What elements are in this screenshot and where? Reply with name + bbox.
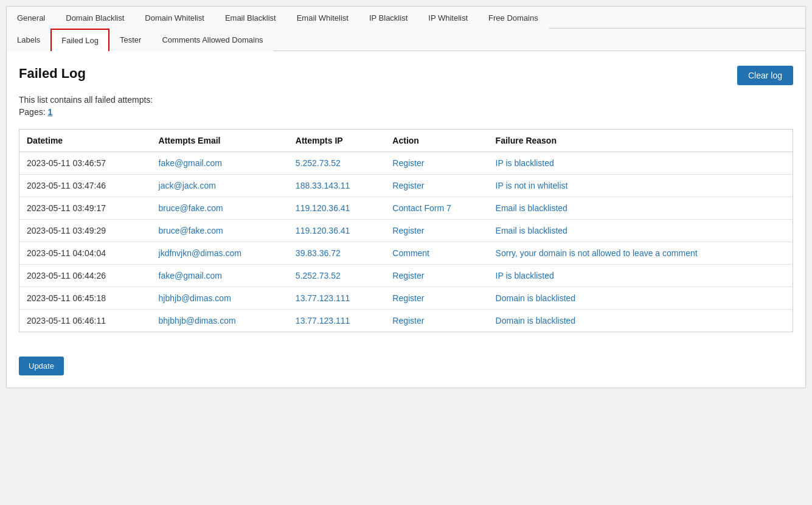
tab-email-blacklist[interactable]: Email Blacklist bbox=[215, 7, 286, 29]
pages-link[interactable]: 1 bbox=[47, 107, 52, 117]
page-wrapper: General Domain Blacklist Domain Whitelis… bbox=[6, 6, 806, 388]
tab-comments-allowed-domains[interactable]: Comments Allowed Domains bbox=[151, 29, 273, 51]
cell-ip: 119.120.36.41 bbox=[288, 197, 385, 220]
table-row: 2023-05-11 03:47:46jack@jack.com188.33.1… bbox=[19, 175, 793, 197]
table-row: 2023-05-11 03:49:17bruce@fake.com119.120… bbox=[19, 197, 793, 220]
cell-email: bruce@fake.com bbox=[151, 197, 288, 220]
cell-datetime: 2023-05-11 04:04:04 bbox=[19, 242, 151, 265]
cell-reason: Email is blacklisted bbox=[488, 220, 793, 242]
tab-tester[interactable]: Tester bbox=[109, 29, 151, 51]
page-title: Failed Log bbox=[19, 66, 86, 82]
cell-reason: Email is blacklisted bbox=[488, 197, 793, 220]
clear-log-button[interactable]: Clear log bbox=[737, 66, 793, 85]
cell-ip: 5.252.73.52 bbox=[288, 152, 385, 175]
cell-action: Register bbox=[385, 310, 488, 332]
cell-action: Contact Form 7 bbox=[385, 197, 488, 220]
pages-line: Pages: 1 bbox=[19, 107, 793, 117]
cell-reason: Domain is blacklisted bbox=[488, 287, 793, 310]
content-area: Failed Log Clear log This list contains … bbox=[7, 51, 805, 347]
cell-ip: 39.83.36.72 bbox=[288, 242, 385, 265]
tab-labels[interactable]: Labels bbox=[7, 29, 50, 51]
tab-ip-blacklist[interactable]: IP Blacklist bbox=[359, 7, 418, 29]
tab-ip-whitelist[interactable]: IP Whitelist bbox=[418, 7, 478, 29]
cell-reason: IP is blacklisted bbox=[488, 265, 793, 287]
table-head: Datetime Attempts Email Attempts IP Acti… bbox=[19, 130, 793, 152]
cell-email: fake@gmail.com bbox=[151, 152, 288, 175]
cell-action: Register bbox=[385, 287, 488, 310]
table-row: 2023-05-11 04:04:04jkdfnvjkn@dimas.com39… bbox=[19, 242, 793, 265]
cell-ip: 13.77.123.111 bbox=[288, 287, 385, 310]
cell-action: Register bbox=[385, 175, 488, 197]
col-action: Action bbox=[385, 130, 488, 152]
cell-email: fake@gmail.com bbox=[151, 265, 288, 287]
cell-ip: 188.33.143.11 bbox=[288, 175, 385, 197]
cell-reason: Sorry, your domain is not allowed to lea… bbox=[488, 242, 793, 265]
cell-datetime: 2023-05-11 03:49:29 bbox=[19, 220, 151, 242]
tab-free-domains[interactable]: Free Domains bbox=[478, 7, 549, 29]
cell-datetime: 2023-05-11 03:46:57 bbox=[19, 152, 151, 175]
pages-label: Pages: bbox=[19, 107, 46, 117]
update-button[interactable]: Update bbox=[19, 357, 64, 375]
cell-datetime: 2023-05-11 06:45:18 bbox=[19, 287, 151, 310]
tab-failed-log[interactable]: Failed Log bbox=[50, 29, 109, 51]
table-row: 2023-05-11 06:46:11bhjbhjb@dimas.com13.7… bbox=[19, 310, 793, 332]
cell-datetime: 2023-05-11 06:44:26 bbox=[19, 265, 151, 287]
cell-email: jack@jack.com bbox=[151, 175, 288, 197]
cell-email: bhjbhjb@dimas.com bbox=[151, 310, 288, 332]
cell-action: Register bbox=[385, 220, 488, 242]
cell-email: jkdfnvjkn@dimas.com bbox=[151, 242, 288, 265]
description-text: This list contains all failed attempts: bbox=[19, 95, 793, 105]
cell-email: bruce@fake.com bbox=[151, 220, 288, 242]
col-attempts-email: Attempts Email bbox=[151, 130, 288, 152]
tabs-row-2: Labels Failed Log Tester Comments Allowe… bbox=[7, 29, 805, 51]
table-row: 2023-05-11 03:46:57fake@gmail.com5.252.7… bbox=[19, 152, 793, 175]
col-datetime: Datetime bbox=[19, 130, 151, 152]
table-row: 2023-05-11 06:45:18hjbhjb@dimas.com13.77… bbox=[19, 287, 793, 310]
cell-datetime: 2023-05-11 03:47:46 bbox=[19, 175, 151, 197]
cell-reason: IP is blacklisted bbox=[488, 152, 793, 175]
log-table: Datetime Attempts Email Attempts IP Acti… bbox=[19, 129, 793, 332]
cell-ip: 119.120.36.41 bbox=[288, 220, 385, 242]
tab-email-whitelist[interactable]: Email Whitelist bbox=[286, 7, 359, 29]
tabs-row-1: General Domain Blacklist Domain Whitelis… bbox=[7, 7, 805, 29]
cell-datetime: 2023-05-11 06:46:11 bbox=[19, 310, 151, 332]
header-row: Failed Log Clear log bbox=[19, 66, 793, 85]
cell-ip: 5.252.73.52 bbox=[288, 265, 385, 287]
table-row: 2023-05-11 06:44:26fake@gmail.com5.252.7… bbox=[19, 265, 793, 287]
col-failure-reason: Failure Reason bbox=[488, 130, 793, 152]
tab-domain-blacklist[interactable]: Domain Blacklist bbox=[55, 7, 134, 29]
cell-reason: Domain is blacklisted bbox=[488, 310, 793, 332]
cell-action: Comment bbox=[385, 242, 488, 265]
table-body: 2023-05-11 03:46:57fake@gmail.com5.252.7… bbox=[19, 152, 793, 332]
cell-action: Register bbox=[385, 265, 488, 287]
tab-domain-whitelist[interactable]: Domain Whitelist bbox=[134, 7, 215, 29]
cell-action: Register bbox=[385, 152, 488, 175]
cell-datetime: 2023-05-11 03:49:17 bbox=[19, 197, 151, 220]
col-attempts-ip: Attempts IP bbox=[288, 130, 385, 152]
cell-ip: 13.77.123.111 bbox=[288, 310, 385, 332]
tab-general[interactable]: General bbox=[7, 7, 55, 29]
table-row: 2023-05-11 03:49:29bruce@fake.com119.120… bbox=[19, 220, 793, 242]
cell-reason: IP is not in whitelist bbox=[488, 175, 793, 197]
cell-email: hjbhjb@dimas.com bbox=[151, 287, 288, 310]
table-header-row: Datetime Attempts Email Attempts IP Acti… bbox=[19, 130, 793, 152]
